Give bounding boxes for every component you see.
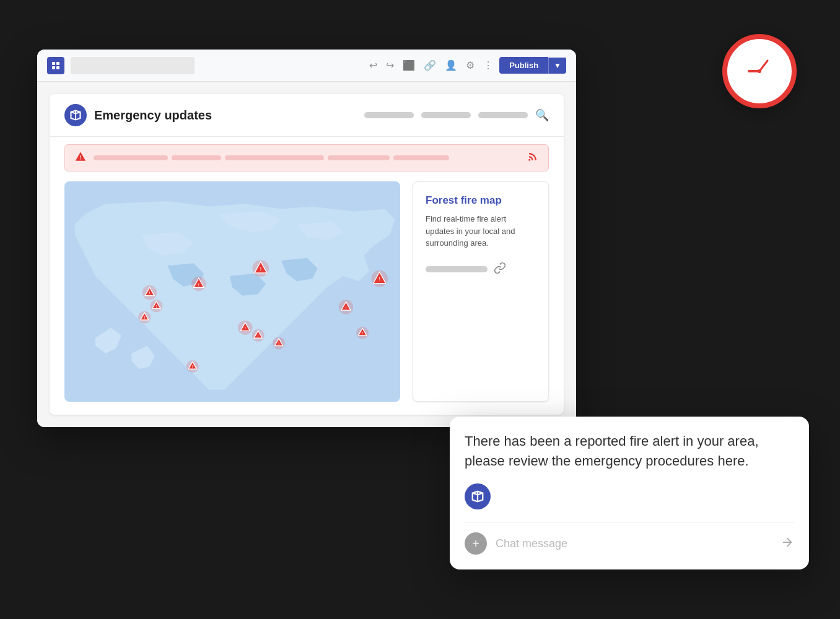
alert-line-1 — [94, 155, 168, 160]
map-svg: ! ! ! — [64, 181, 400, 402]
info-card-link-icon[interactable] — [494, 262, 506, 277]
alert-line-5 — [393, 155, 449, 160]
url-bar[interactable] — [71, 57, 195, 74]
chat-send-button[interactable] — [781, 535, 794, 552]
svg-text:!: ! — [260, 267, 261, 271]
fire-marker-4: ! — [191, 277, 206, 291]
more-icon[interactable]: ⋮ — [483, 59, 493, 71]
info-card-link-placeholder — [426, 266, 488, 272]
publish-btn-group[interactable]: Publish ▼ — [499, 57, 566, 74]
rss-icon — [527, 151, 538, 165]
fire-marker-9: ! — [186, 360, 199, 373]
chat-sender-row — [465, 483, 794, 509]
fire-marker-8: ! — [273, 337, 285, 349]
publish-button[interactable]: Publish — [499, 57, 548, 74]
nav-item-1[interactable] — [364, 112, 414, 118]
layout-icon[interactable]: ⬛ — [403, 59, 415, 71]
app-icon — [47, 57, 64, 74]
info-card-title: Forest fire map — [426, 194, 536, 207]
undo-icon[interactable]: ↩ — [369, 59, 377, 71]
svg-point-4 — [528, 159, 530, 161]
svg-text:!: ! — [245, 326, 246, 330]
chat-sender-avatar — [465, 483, 491, 509]
info-card-footer — [426, 262, 536, 277]
alert-bar-content — [94, 155, 520, 160]
nav-item-3[interactable] — [478, 112, 528, 118]
scene: ↩ ↪ ⬛ 🔗 👤 ⚙ ⋮ Publish ▼ — [0, 0, 840, 619]
browser-window: ↩ ↪ ⬛ 🔗 👤 ⚙ ⋮ Publish ▼ — [37, 50, 576, 427]
fire-marker-10: ! — [339, 300, 353, 314]
redo-icon[interactable]: ↪ — [386, 59, 394, 71]
clock-circle — [722, 34, 797, 108]
toolbar-icons: ↩ ↪ ⬛ 🔗 👤 ⚙ ⋮ — [369, 59, 493, 71]
svg-rect-3 — [56, 66, 59, 69]
clock-face — [738, 50, 781, 93]
map-container: ! ! ! — [64, 181, 400, 402]
alert-bar — [64, 144, 549, 171]
chat-divider — [465, 522, 794, 522]
svg-rect-0 — [52, 62, 55, 65]
site-main: ! ! ! — [50, 171, 564, 412]
info-card: Forest fire map Find real-time fire aler… — [413, 181, 549, 402]
svg-text:!: ! — [198, 283, 199, 287]
browser-content: Emergency updates 🔍 — [37, 82, 576, 427]
chat-window: There has been a reported fire alert in … — [450, 417, 809, 569]
chat-input-row: + Chat message — [465, 532, 794, 555]
svg-text:!: ! — [345, 306, 346, 310]
publish-dropdown-button[interactable]: ▼ — [548, 58, 566, 74]
warning-icon — [75, 151, 86, 165]
site-nav — [364, 112, 528, 118]
alert-line-2 — [172, 155, 221, 160]
nav-item-2[interactable] — [421, 112, 471, 118]
svg-point-45 — [758, 69, 761, 73]
link-icon[interactable]: 🔗 — [424, 59, 436, 71]
svg-rect-2 — [52, 66, 55, 69]
fire-marker-7: ! — [252, 329, 265, 342]
browser-toolbar: ↩ ↪ ⬛ 🔗 👤 ⚙ ⋮ Publish ▼ — [37, 50, 576, 82]
svg-text:!: ! — [379, 277, 380, 281]
fire-marker-11: ! — [356, 327, 369, 339]
site-header: Emergency updates 🔍 — [50, 94, 564, 137]
fire-marker-3: ! — [138, 311, 151, 324]
site-container: Emergency updates 🔍 — [50, 94, 564, 415]
fire-marker-1: ! — [142, 285, 157, 300]
chat-message-text: There has been a reported fire alert in … — [465, 431, 794, 471]
alert-line-4 — [328, 155, 390, 160]
chat-add-button[interactable]: + — [465, 532, 487, 555]
chat-input[interactable]: Chat message — [496, 537, 772, 550]
fire-marker-12: ! — [371, 271, 388, 287]
search-icon[interactable]: 🔍 — [535, 108, 549, 122]
settings-icon[interactable]: ⚙ — [466, 59, 475, 71]
svg-text:!: ! — [149, 291, 151, 295]
site-title: Emergency updates — [94, 108, 357, 123]
svg-rect-1 — [56, 62, 59, 65]
add-user-icon[interactable]: 👤 — [445, 59, 457, 71]
site-logo — [64, 104, 87, 126]
fire-marker-6: ! — [238, 321, 252, 335]
alert-line-3 — [225, 155, 324, 160]
fire-marker-5: ! — [253, 260, 269, 277]
info-card-description: Find real-time fire alert updates in you… — [426, 213, 536, 249]
fire-marker-2: ! — [150, 300, 162, 312]
